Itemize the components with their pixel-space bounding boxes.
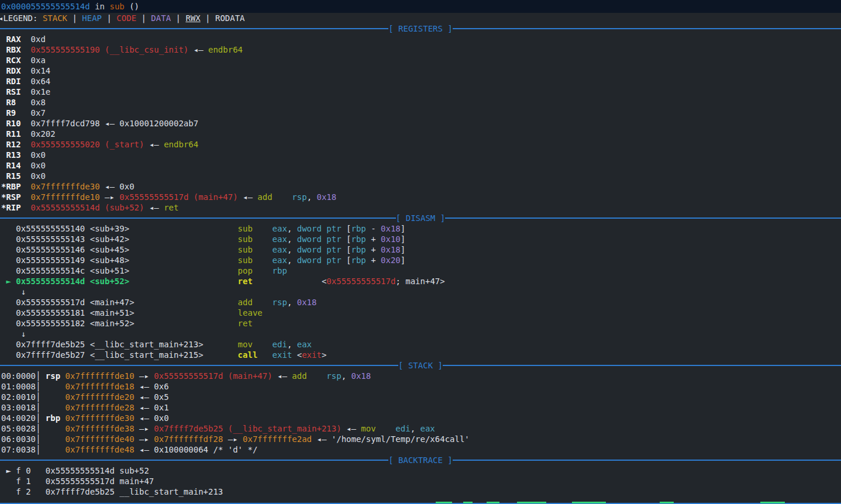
text-segment: + [366, 245, 381, 254]
text-segment [135, 298, 238, 307]
text-segment: add [238, 298, 253, 307]
disasm-sub+51: 0x55555555514c <sub+51> pop rbp [1, 265, 841, 276]
text-segment: R15 [1, 171, 31, 181]
text-segment: rbp [351, 234, 366, 244]
section-title-disasm: [ DISASM ] [396, 213, 445, 223]
text-segment: eax [273, 224, 287, 233]
reg-r14: R14 0x0 [1, 160, 841, 171]
text-segment: 0x555555555190 (__libc_csu_init) [31, 45, 189, 54]
text-segment: ; main+47> [395, 277, 444, 286]
text-segment: 0x7fffffffe2ad [243, 434, 312, 444]
text-segment: , [307, 192, 317, 202]
text-segment: —▸ [135, 434, 154, 444]
text-segment: LEGEND: [3, 13, 42, 23]
reg-rax: RAX 0xd [1, 34, 841, 44]
text-segment: R11 [1, 129, 31, 139]
text-segment: 0x55555555517d (main+47) [154, 371, 272, 381]
text-segment [253, 298, 273, 307]
clipped-text-fragment [487, 502, 499, 503]
text-segment: ◂— 0x0 [135, 413, 169, 423]
text-segment: RAX [1, 34, 31, 44]
text-segment: rsp [46, 371, 60, 381]
text-segment [90, 2, 95, 11]
text-segment [253, 340, 273, 349]
text-segment: , [287, 245, 297, 254]
text-segment [273, 192, 292, 202]
text-segment: eax [420, 424, 435, 433]
text-segment: eax [273, 234, 287, 244]
text-segment: 0x7fffffffde10 [66, 371, 135, 381]
text-segment: 0x555555555020 (_start) [31, 140, 144, 149]
text-segment: 0x8 [31, 98, 46, 107]
text-segment: 0x7fffffffde10 [31, 192, 100, 202]
text-segment: rsp [292, 192, 306, 202]
reg-rip: *RIP 0x55555555514d (sub+52) ◂— ret [1, 202, 841, 213]
text-segment: ► [1, 277, 16, 286]
text-segment [204, 350, 238, 360]
pwndbg-terminal[interactable]: 0x000055555555514d in sub () ◂LEGEND: ST… [0, 0, 841, 504]
text-segment: 0x7fffffffde40 [66, 434, 135, 444]
text-segment [307, 371, 327, 381]
text-segment: 0x555555555182 <main+52> [1, 319, 135, 328]
text-segment: 0x7fffffffde30 [66, 413, 135, 423]
text-segment: 0xd [31, 34, 46, 44]
disasm-main+51: 0x555555555181 <main+51> leave [1, 308, 841, 318]
text-segment [253, 224, 273, 233]
text-segment: 0x7ffff7dcd798 ◂— 0x10001200002ab7 [31, 119, 199, 128]
text-segment: f 1 0x55555555517d main+47 [1, 477, 154, 486]
backtrace-panel: ► f 0 0x55555555514d sub+52 f 1 0x555555… [0, 465, 841, 497]
text-segment: *RBP [1, 182, 31, 191]
text-segment: edi [273, 340, 287, 349]
reg-rcx: RCX 0xa [1, 55, 841, 65]
text-segment: R13 [1, 150, 31, 160]
divider-line [0, 460, 388, 461]
section-header-disasm: [ DISASM ] [0, 213, 841, 223]
text-segment: pop [238, 266, 253, 275]
text-segment: 0x7fffffffde48 [66, 445, 135, 454]
text-segment: —▸ [223, 434, 243, 444]
text-segment: 06:0030│ [1, 434, 66, 444]
text-segment: ◂— [342, 424, 361, 433]
text-segment: ◂— [188, 45, 208, 54]
section-title-stack: [ STACK ] [398, 360, 443, 371]
legend-line: ◂LEGEND: STACK | HEAP | CODE | DATA | RW… [1, 13, 841, 23]
text-segment: sub [238, 224, 253, 233]
text-segment: RDI [1, 77, 31, 86]
text-segment: ] [401, 245, 405, 254]
text-segment: , [287, 298, 297, 307]
text-segment: rsp [273, 298, 287, 307]
text-segment: —▸ [100, 192, 120, 202]
divider-line [445, 218, 841, 219]
text-segment: rbp [46, 413, 60, 423]
registers-panel: RAX 0xd RBX 0x555555555190 (__libc_csu_i… [0, 34, 841, 213]
text-segment: —▸ [135, 371, 154, 381]
stack-04-0020: 04:0020│ rbp 0x7fffffffde30 ◂— 0x0 [1, 413, 841, 423]
text-segment: rbp [351, 245, 366, 254]
disasm-sub+48: 0x555555555149 <sub+48> sub eax, dword p… [1, 255, 841, 265]
divider-line [0, 365, 398, 366]
disasm-sub+39: 0x555555555140 <sub+39> sub eax, dword p… [1, 223, 841, 234]
text-segment [129, 224, 237, 233]
text-segment: [ [342, 234, 351, 244]
disasm-sub+42: 0x555555555143 <sub+42> sub eax, dword p… [1, 234, 841, 244]
text-segment: 0x555555555146 <sub+45> [1, 245, 129, 254]
text-segment: 0xa [31, 56, 46, 65]
text-segment: leave [238, 308, 263, 317]
text-segment: 0x18 [351, 371, 371, 381]
text-segment: ↓ [1, 329, 26, 339]
stack-05-0028: 05:0028│ 0x7fffffffde38 —▸ 0x7ffff7de5b2… [1, 423, 841, 434]
text-segment: eax [297, 340, 312, 349]
section-header-backtrace: [ BACKTRACE ] [0, 455, 841, 465]
clipped-text-fragment [517, 502, 546, 503]
clipped-text-fragment [463, 502, 473, 503]
divider-line [443, 365, 841, 366]
text-segment: R10 [1, 119, 31, 128]
text-segment: 0x64 [31, 77, 51, 86]
text-segment: exit [273, 350, 292, 360]
disasm-panel: 0x555555555140 <sub+39> sub eax, dword p… [0, 223, 841, 360]
reg-r8: R8 0x8 [1, 97, 841, 108]
divider-line [453, 28, 841, 29]
text-segment [135, 308, 238, 317]
text-segment: 0x000055555555514d [1, 2, 90, 11]
text-segment: 0x55555555517d <main+47> [1, 298, 135, 307]
